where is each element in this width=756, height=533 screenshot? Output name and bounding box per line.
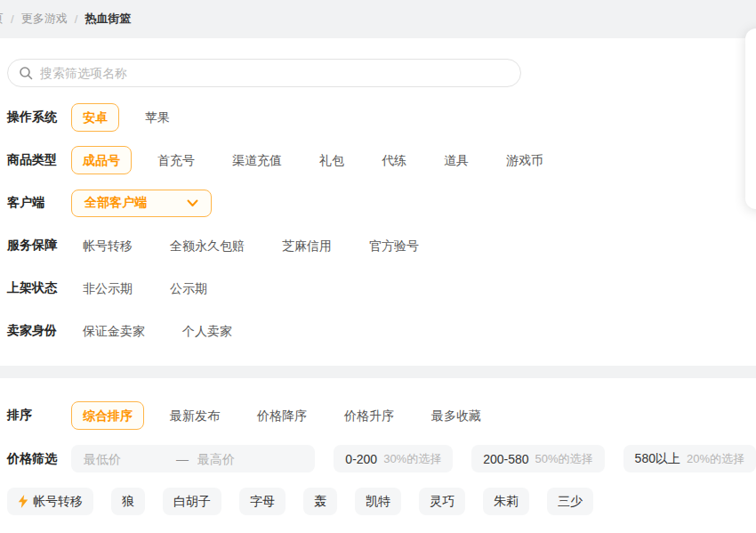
chevron-down-icon: [187, 199, 198, 207]
quick-tag[interactable]: 轰: [303, 488, 337, 515]
filter-option[interactable]: 官方验号: [358, 231, 430, 260]
quick-tag-label: 三少: [558, 494, 583, 510]
preset-range: 0-200: [345, 452, 377, 466]
filter-label: 客户端: [7, 195, 71, 211]
quick-tag-label: 白胡子: [173, 494, 211, 510]
filter-row-os: 操作系统 安卓 苹果: [7, 103, 756, 132]
filter-label: 上架状态: [7, 280, 71, 296]
min-price-input[interactable]: [84, 452, 176, 466]
quick-tag-label: 凯特: [366, 494, 390, 510]
client-dropdown[interactable]: 全部客户端: [71, 190, 212, 217]
filter-label: 卖家身份: [7, 323, 71, 339]
filter-option[interactable]: 道具: [432, 146, 480, 174]
price-filter-label: 价格筛选: [7, 451, 71, 467]
quick-tags-row: 帐号转移 狼 白胡子 字母 轰 凯特 灵巧 朱莉 三少: [7, 488, 756, 515]
preset-note: 50%的选择: [535, 451, 593, 467]
filter-option[interactable]: 公示期: [158, 274, 219, 303]
filter-option[interactable]: 游戏币: [495, 146, 555, 174]
filter-option[interactable]: 保证金卖家: [71, 317, 157, 345]
filter-option[interactable]: 渠道充值: [221, 146, 294, 174]
sort-option-price-desc[interactable]: 价格降序: [245, 401, 318, 430]
preset-range: 200-580: [483, 452, 528, 466]
filter-option[interactable]: 成品号: [71, 146, 132, 174]
lightning-icon: [18, 495, 28, 508]
quick-tag-account-transfer[interactable]: 帐号转移: [7, 488, 93, 515]
quick-tag-label: 字母: [250, 494, 275, 510]
sort-option-price-asc[interactable]: 价格升序: [333, 401, 406, 430]
top-header-strip: 页 / 更多游戏 / 热血街篮: [0, 0, 756, 38]
section-divider: [0, 366, 756, 378]
sort-option-newest[interactable]: 最新发布: [158, 401, 231, 430]
quick-tag[interactable]: 朱莉: [483, 488, 529, 515]
sort-option-comprehensive[interactable]: 综合排序: [71, 401, 144, 430]
filter-option[interactable]: 礼包: [308, 146, 356, 174]
filter-label: 操作系统: [7, 109, 71, 125]
sort-option-most-favorited[interactable]: 最多收藏: [420, 401, 493, 430]
preset-note: 20%的选择: [687, 451, 744, 467]
sort-row: 排序 综合排序 最新发布 价格降序 价格升序 最多收藏: [7, 401, 756, 430]
breadcrumb-more-games[interactable]: 更多游戏: [21, 11, 68, 27]
filter-option[interactable]: 帐号转移: [71, 231, 144, 260]
quick-tag[interactable]: 凯特: [355, 488, 401, 515]
filter-option[interactable]: 个人卖家: [171, 317, 244, 345]
filter-page: 页 / 更多游戏 / 热血街篮 操作系统 安卓 苹果 商品类型 成品号 首充号 …: [0, 0, 756, 533]
price-preset-200-580[interactable]: 200-580 50%的选择: [471, 445, 604, 472]
breadcrumb-separator: /: [75, 12, 78, 26]
filter-option-ios[interactable]: 苹果: [133, 103, 181, 132]
filter-option[interactable]: 全额永久包赔: [158, 231, 256, 260]
filter-content: 操作系统 安卓 苹果 商品类型 成品号 首充号 渠道充值 礼包 代练 道具 游戏…: [0, 38, 756, 529]
filter-label: 服务保障: [7, 238, 71, 254]
breadcrumb: 页 / 更多游戏 / 热血街篮: [0, 11, 131, 27]
quick-tag[interactable]: 白胡子: [163, 488, 221, 515]
price-filter-row: 价格筛选 — 0-200 30%的选择 200-580 50%的选择 580以上…: [7, 445, 756, 472]
quick-tag-label: 朱莉: [494, 494, 519, 510]
max-price-input[interactable]: [197, 452, 290, 466]
quick-tag[interactable]: 三少: [547, 488, 593, 515]
filter-option[interactable]: 非公示期: [71, 274, 144, 303]
preset-note: 30%的选择: [383, 451, 441, 467]
quick-tag-label: 帐号转移: [33, 494, 83, 510]
price-preset-580-plus[interactable]: 580以上 20%的选择: [623, 445, 756, 472]
price-preset-0-200[interactable]: 0-200 30%的选择: [334, 445, 453, 472]
quick-tag-label: 轰: [314, 494, 326, 510]
quick-tag-label: 狼: [122, 494, 134, 510]
quick-tag[interactable]: 狼: [111, 488, 145, 515]
breadcrumb-root[interactable]: 页: [0, 11, 4, 27]
search-input[interactable]: [40, 66, 510, 80]
quick-tag[interactable]: 灵巧: [419, 488, 465, 515]
search-bar[interactable]: [7, 59, 521, 87]
filter-option[interactable]: 首充号: [146, 146, 206, 174]
filter-option[interactable]: 芝麻信用: [270, 231, 343, 260]
sort-label: 排序: [7, 408, 71, 424]
price-range-separator: —: [176, 452, 189, 466]
filter-row-listing-status: 上架状态 非公示期 公示期: [7, 274, 756, 303]
breadcrumb-separator: /: [11, 12, 14, 26]
price-presets: 0-200 30%的选择 200-580 50%的选择 580以上 20%的选择: [315, 445, 756, 472]
breadcrumb-current: 热血街篮: [84, 11, 131, 27]
client-dropdown-value: 全部客户端: [84, 195, 147, 211]
filter-row-client: 客户端 全部客户端: [7, 189, 756, 217]
filter-option[interactable]: 代练: [370, 146, 418, 174]
search-icon: [19, 66, 33, 80]
preset-range: 580以上: [635, 451, 680, 467]
filter-row-service: 服务保障 帐号转移 全额永久包赔 芝麻信用 官方验号: [7, 231, 756, 260]
filter-row-product-type: 商品类型 成品号 首充号 渠道充值 礼包 代练 道具 游戏币: [7, 146, 756, 174]
filter-option-android[interactable]: 安卓: [71, 103, 119, 132]
filter-row-seller-identity: 卖家身份 保证金卖家 个人卖家: [7, 317, 756, 345]
filter-label: 商品类型: [7, 152, 71, 168]
quick-tag-label: 灵巧: [430, 494, 454, 510]
quick-tag[interactable]: 字母: [239, 488, 286, 515]
price-range-box: —: [71, 445, 315, 472]
